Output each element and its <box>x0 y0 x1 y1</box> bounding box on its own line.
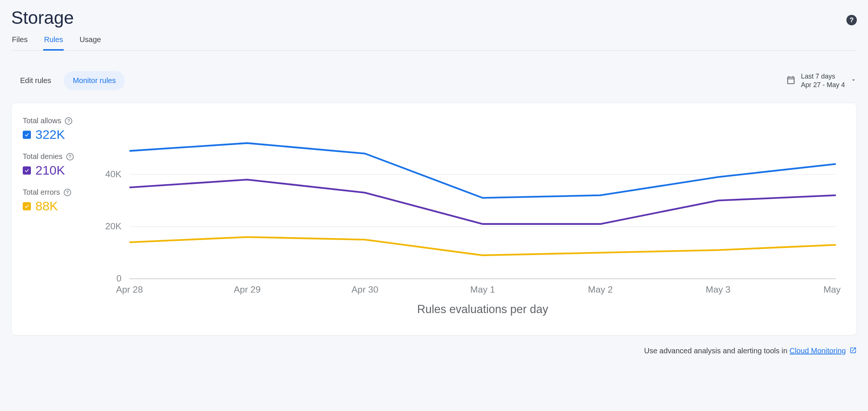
metric-allows-help-icon[interactable]: ? <box>65 117 72 125</box>
chart-legend: Total allows?322KTotal denies?210KTotal … <box>23 117 97 322</box>
date-preset-label: Last 7 days <box>801 72 845 81</box>
help-icon[interactable]: ? <box>846 15 857 25</box>
metric-denies: Total denies?210K <box>23 152 97 178</box>
metric-denies-label: Total denies <box>23 152 63 161</box>
date-range-picker[interactable]: Last 7 days Apr 27 - May 4 <box>786 72 857 89</box>
x-axis-title: Rules evaluations per day <box>417 303 549 316</box>
x-tick-label: Apr 29 <box>234 284 260 294</box>
series-total-denies <box>129 179 836 224</box>
metric-errors-help-icon[interactable]: ? <box>64 189 71 196</box>
x-tick-label: May 2 <box>588 284 613 294</box>
x-tick-label: Apr 28 <box>116 284 143 294</box>
external-link-icon <box>849 347 857 356</box>
series-total-allows <box>129 143 836 198</box>
cloud-monitoring-link[interactable]: Cloud Monitoring <box>789 347 846 355</box>
calendar-icon <box>786 75 796 86</box>
metric-denies-checkbox[interactable] <box>23 166 31 175</box>
sub-tab-monitor[interactable]: Monitor rules <box>64 71 125 90</box>
tab-rules[interactable]: Rules <box>43 35 64 51</box>
y-tick-label: 0 <box>116 273 121 283</box>
metric-errors-label: Total errors <box>23 188 60 197</box>
metric-allows: Total allows?322K <box>23 117 97 142</box>
x-tick-label: May 3 <box>706 284 731 294</box>
metric-errors-checkbox[interactable] <box>23 202 31 210</box>
x-tick-label: Apr 30 <box>352 284 378 294</box>
footer-prefix: Use advanced analysis and alerting tools… <box>644 347 789 355</box>
metric-allows-checkbox[interactable] <box>23 131 31 139</box>
page-title: Storage <box>11 7 74 28</box>
chart-card: Total allows?322KTotal denies?210KTotal … <box>11 103 857 335</box>
footer-note: Use advanced analysis and alerting tools… <box>11 347 857 356</box>
x-tick-label: May 4 <box>823 284 842 294</box>
metric-errors-value: 88K <box>35 199 58 213</box>
series-total-errors <box>129 237 836 255</box>
metric-denies-help-icon[interactable]: ? <box>66 153 74 160</box>
metric-errors: Total errors?88K <box>23 188 97 213</box>
metric-allows-label: Total allows <box>23 117 61 125</box>
sub-tab-edit[interactable]: Edit rules <box>11 71 60 90</box>
x-tick-label: May 1 <box>470 284 495 294</box>
sub-tabs: Edit rulesMonitor rules <box>11 71 125 90</box>
date-range-label: Apr 27 - May 4 <box>801 81 845 89</box>
metric-denies-value: 210K <box>35 163 65 178</box>
main-tabs: FilesRulesUsage <box>11 35 857 51</box>
chevron-down-icon <box>850 77 857 85</box>
metric-allows-value: 322K <box>35 127 65 142</box>
tab-usage[interactable]: Usage <box>79 35 102 50</box>
line-chart: 020K40KApr 28Apr 29Apr 30May 1May 2May 3… <box>101 117 842 322</box>
y-tick-label: 40K <box>105 169 122 179</box>
y-tick-label: 20K <box>105 221 122 231</box>
tab-files[interactable]: Files <box>11 35 28 50</box>
